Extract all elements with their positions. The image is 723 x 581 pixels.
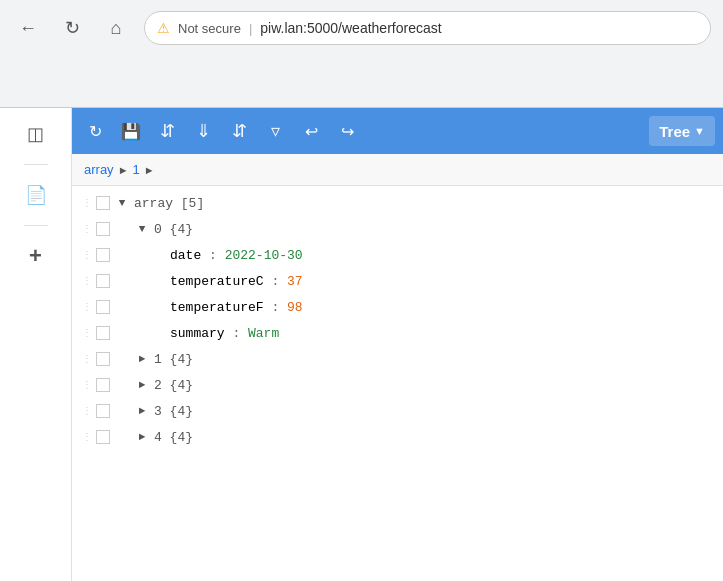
tree-row-3[interactable]: ⋮ ► 3 {4} bbox=[72, 398, 723, 424]
checkbox-3[interactable] bbox=[96, 404, 110, 418]
tree-view-button[interactable]: Tree ▼ bbox=[649, 116, 715, 146]
colon-date: : bbox=[201, 248, 224, 263]
val-summary: Warm bbox=[248, 326, 279, 341]
sidebar-divider bbox=[24, 164, 48, 165]
tree-label: Tree bbox=[659, 123, 690, 140]
breadcrumb-arrow-1: ► bbox=[118, 164, 129, 176]
drag-handle-4[interactable]: ⋮ bbox=[80, 428, 94, 446]
tree-row-1[interactable]: ⋮ ► 1 {4} bbox=[72, 346, 723, 372]
tree-row-summary[interactable]: ⋮ summary : Warm bbox=[72, 320, 723, 346]
warning-icon: ⚠ bbox=[157, 20, 170, 36]
add-button[interactable]: + bbox=[18, 238, 54, 274]
breadcrumb-index[interactable]: 1 bbox=[133, 162, 140, 177]
drag-handle-tempc[interactable]: ⋮ bbox=[80, 272, 94, 290]
root-count: [5] bbox=[181, 196, 204, 211]
tree-row-temperatureF[interactable]: ⋮ temperatureF : 98 bbox=[72, 294, 723, 320]
breadcrumb-arrow-2: ► bbox=[144, 164, 155, 176]
address-bar[interactable]: ⚠ Not secure | piw.lan:5000/weatherforec… bbox=[144, 11, 711, 45]
index-4: 4 bbox=[154, 430, 170, 445]
not-secure-label: Not secure bbox=[178, 21, 241, 36]
checkbox-date[interactable] bbox=[96, 248, 110, 262]
url-text: piw.lan:5000/weatherforecast bbox=[260, 20, 441, 36]
expand-0[interactable]: ▼ bbox=[134, 221, 150, 237]
colon-tempf: : bbox=[264, 300, 287, 315]
save-toolbar-button[interactable]: 💾 bbox=[116, 116, 146, 146]
checkbox-tempf[interactable] bbox=[96, 300, 110, 314]
main-content: ↻ 💾 ⇵ ⇓ ⇵ ▿ ↩ ↪ Tree ▼ array ► 1 ► ⋮ ▼ a… bbox=[72, 108, 723, 581]
drag-handle-3[interactable]: ⋮ bbox=[80, 402, 94, 420]
redo-button[interactable]: ↪ bbox=[332, 116, 362, 146]
key-summary: summary bbox=[170, 326, 225, 341]
tree-row-date[interactable]: ⋮ date : 2022-10-30 bbox=[72, 242, 723, 268]
drag-handle-2[interactable]: ⋮ bbox=[80, 376, 94, 394]
index-3: 3 bbox=[154, 404, 170, 419]
type-3: {4} bbox=[170, 404, 193, 419]
drag-handle-0[interactable]: ⋮ bbox=[80, 220, 94, 238]
root-label: array bbox=[134, 196, 181, 211]
index-2: 2 bbox=[154, 378, 170, 393]
val-tempc: 37 bbox=[287, 274, 303, 289]
type-4: {4} bbox=[170, 430, 193, 445]
browser-nav: ← ↻ ⌂ ⚠ Not secure | piw.lan:5000/weathe… bbox=[0, 0, 723, 56]
refresh-toolbar-button[interactable]: ↻ bbox=[80, 116, 110, 146]
type-0: {4} bbox=[170, 222, 193, 237]
breadcrumb-root[interactable]: array bbox=[84, 162, 114, 177]
drag-handle-1[interactable]: ⋮ bbox=[80, 350, 94, 368]
collapse-all-button[interactable]: ⇓ bbox=[188, 116, 218, 146]
index-0: 0 bbox=[154, 222, 170, 237]
checkbox-2[interactable] bbox=[96, 378, 110, 392]
expand-4[interactable]: ► bbox=[134, 429, 150, 445]
expand-all-button[interactable]: ⇵ bbox=[152, 116, 182, 146]
drag-handle-date[interactable]: ⋮ bbox=[80, 246, 94, 264]
browser-chrome: ← ↻ ⌂ ⚠ Not secure | piw.lan:5000/weathe… bbox=[0, 0, 723, 108]
expand-1[interactable]: ► bbox=[134, 351, 150, 367]
filter-button[interactable]: ▿ bbox=[260, 116, 290, 146]
drag-handle-root[interactable]: ⋮ bbox=[80, 194, 94, 212]
checkbox-root[interactable] bbox=[96, 196, 110, 210]
left-sidebar: ◫ 📄 + bbox=[0, 108, 72, 581]
checkbox-summary[interactable] bbox=[96, 326, 110, 340]
key-date: date bbox=[170, 248, 201, 263]
type-2: {4} bbox=[170, 378, 193, 393]
sidebar-divider-2 bbox=[24, 225, 48, 226]
tree-row-root[interactable]: ⋮ ▼ array [5] bbox=[72, 190, 723, 216]
sort-button[interactable]: ⇵ bbox=[224, 116, 254, 146]
val-tempf: 98 bbox=[287, 300, 303, 315]
undo-button[interactable]: ↩ bbox=[296, 116, 326, 146]
key-tempc: temperatureC bbox=[170, 274, 264, 289]
checkbox-4[interactable] bbox=[96, 430, 110, 444]
index-1: 1 bbox=[154, 352, 170, 367]
drag-handle-tempf[interactable]: ⋮ bbox=[80, 298, 94, 316]
refresh-button[interactable]: ↻ bbox=[56, 12, 88, 44]
val-date: 2022-10-30 bbox=[225, 248, 303, 263]
drag-handle-summary[interactable]: ⋮ bbox=[80, 324, 94, 342]
checkbox-1[interactable] bbox=[96, 352, 110, 366]
expand-3[interactable]: ► bbox=[134, 403, 150, 419]
checkbox-tempc[interactable] bbox=[96, 274, 110, 288]
breadcrumb: array ► 1 ► bbox=[72, 154, 723, 186]
toolbar: ↻ 💾 ⇵ ⇓ ⇵ ▿ ↩ ↪ Tree ▼ bbox=[72, 108, 723, 154]
tree-row-4[interactable]: ⋮ ► 4 {4} bbox=[72, 424, 723, 450]
checkbox-0[interactable] bbox=[96, 222, 110, 236]
type-1: {4} bbox=[170, 352, 193, 367]
colon-summary: : bbox=[225, 326, 248, 341]
expand-2[interactable]: ► bbox=[134, 377, 150, 393]
expand-root[interactable]: ▼ bbox=[114, 195, 130, 211]
document-icon[interactable]: 📄 bbox=[18, 177, 54, 213]
back-button[interactable]: ← bbox=[12, 12, 44, 44]
separator: | bbox=[249, 21, 252, 36]
home-button[interactable]: ⌂ bbox=[100, 12, 132, 44]
json-tree: ⋮ ▼ array [5] ⋮ ▼ 0 {4} ⋮ date : 2022-10… bbox=[72, 186, 723, 581]
dropdown-arrow-icon: ▼ bbox=[694, 125, 705, 137]
colon-tempc: : bbox=[264, 274, 287, 289]
key-tempf: temperatureF bbox=[170, 300, 264, 315]
panels-icon[interactable]: ◫ bbox=[18, 116, 54, 152]
tree-row-temperatureC[interactable]: ⋮ temperatureC : 37 bbox=[72, 268, 723, 294]
tree-row-2[interactable]: ⋮ ► 2 {4} bbox=[72, 372, 723, 398]
tree-row-0[interactable]: ⋮ ▼ 0 {4} bbox=[72, 216, 723, 242]
